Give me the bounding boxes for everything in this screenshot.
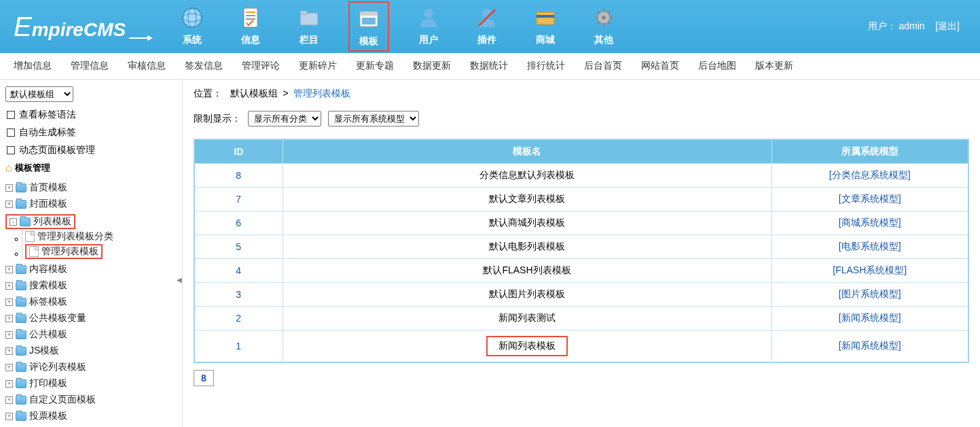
tree-label[interactable]: 自定义页面模板 [29, 394, 96, 406]
table-row[interactable]: 3默认图片列表模板[图片系统模型] [194, 283, 968, 307]
svg-line-24 [598, 12, 600, 14]
table-row[interactable]: 8分类信息默认列表模板[分类信息系统模型] [194, 164, 968, 188]
tree-label[interactable]: 搜索模板 [29, 279, 67, 292]
user-name[interactable]: admin [899, 20, 925, 31]
top-menu-doc[interactable]: 信息 [232, 1, 270, 52]
subnav-link[interactable]: 数据更新 [413, 60, 451, 72]
file-icon [29, 246, 39, 257]
tree-label[interactable]: JS模板 [29, 345, 59, 357]
tree-node: +公共模板 [5, 326, 171, 343]
top-menu-tool[interactable]: 插件 [468, 1, 506, 52]
table-row[interactable]: 1新闻列表模板[新闻系统模型] [194, 330, 968, 363]
expand-icon[interactable]: + [5, 347, 13, 355]
top-menu-label: 栏目 [300, 34, 319, 46]
expand-icon[interactable]: + [5, 413, 13, 420]
tree-label[interactable]: 管理列表模板分类 [37, 230, 113, 243]
cell-name: 默认文章列表模板 [283, 188, 772, 211]
expand-icon[interactable]: + [5, 364, 13, 371]
subnav-link[interactable]: 签发信息 [185, 60, 223, 72]
folder-icon [16, 412, 26, 421]
logout-link[interactable]: [退出] [935, 20, 960, 31]
cell-id: 2 [194, 307, 283, 330]
subnav-link[interactable]: 更新碎片 [299, 60, 337, 72]
tree-label[interactable]: 评论列表模板 [29, 361, 86, 373]
svg-point-0 [183, 8, 202, 27]
tree-label[interactable]: 标签模板 [29, 296, 67, 308]
svg-rect-8 [300, 11, 307, 14]
resize-handle[interactable]: ◀ [177, 80, 182, 427]
subnav-link[interactable]: 后台首页 [584, 60, 622, 72]
sidebar-quick-item[interactable]: 查看标签语法 [5, 106, 171, 124]
tree-label[interactable]: 首页模板 [29, 182, 67, 194]
top-menu-card[interactable]: 商城 [526, 1, 564, 52]
template-group-select[interactable]: 默认模板组 [5, 86, 73, 102]
tree-label[interactable]: 公共模板变量 [29, 312, 86, 324]
expand-icon[interactable]: + [5, 184, 13, 192]
model-link[interactable]: [商城系统模型] [839, 217, 901, 228]
folder-icon [20, 218, 31, 226]
expand-icon[interactable]: + [5, 298, 13, 306]
expand-icon[interactable]: + [5, 396, 13, 404]
subnav-link[interactable]: 后台地图 [698, 60, 736, 72]
subnav-link[interactable]: 排行统计 [527, 60, 565, 72]
folder-icon [16, 314, 26, 323]
table-row[interactable]: 2新闻列表测试[新闻系统模型] [194, 307, 968, 330]
subnav-link[interactable]: 审核信息 [128, 60, 166, 72]
folder-icon [16, 330, 26, 339]
subnav-link[interactable]: 版本更新 [755, 60, 793, 72]
tree-label[interactable]: 列表模板 [33, 216, 71, 228]
expand-icon[interactable]: + [5, 380, 13, 388]
tool-icon [473, 4, 501, 31]
sidebar-quick-item[interactable]: 动态页面模板管理 [5, 141, 171, 159]
tree-label[interactable]: 投票模板 [29, 410, 67, 422]
sidebar-quick-item[interactable]: 自动生成标签 [5, 124, 171, 141]
expand-icon[interactable]: + [5, 201, 13, 208]
page-current[interactable]: 8 [194, 370, 214, 386]
breadcrumb-current[interactable]: 管理列表模板 [293, 88, 350, 99]
expand-icon[interactable]: + [5, 331, 13, 339]
sidebar-section-title: ⌂ 模板管理 [5, 159, 171, 177]
subnav-link[interactable]: 数据统计 [470, 60, 508, 72]
top-menu-gear[interactable]: 其他 [585, 1, 623, 52]
top-menu-globe[interactable]: 系统 [173, 1, 211, 52]
tree-node: +投票模板 [5, 408, 171, 424]
tree-child: 管理列表模板 [25, 243, 171, 260]
expand-icon[interactable]: + [5, 315, 13, 322]
cell-model: [图片系统模型] [772, 283, 968, 307]
subnav-link[interactable]: 管理评论 [242, 60, 280, 72]
model-link[interactable]: [新闻系统模型] [839, 312, 901, 323]
model-link[interactable]: [FLASH系统模型] [833, 264, 907, 275]
table-row[interactable]: 6默认商城列表模板[商城系统模型] [194, 211, 968, 235]
top-menu-window[interactable]: 模板 [348, 1, 389, 52]
tree-label[interactable]: 公共模板 [29, 328, 67, 341]
subnav-link[interactable]: 增加信息 [14, 60, 52, 72]
top-menu-folder[interactable]: 栏目 [290, 1, 328, 52]
tree-label[interactable]: 管理列表模板 [41, 245, 98, 258]
top-menu-user[interactable]: 用户 [410, 1, 448, 52]
subnav-link[interactable]: 管理信息 [71, 60, 109, 72]
subnav-link[interactable]: 网站首页 [641, 60, 679, 72]
cell-name: 默认图片列表模板 [283, 283, 772, 307]
subnav-link[interactable]: 更新专题 [356, 60, 394, 72]
table-body: 8分类信息默认列表模板[分类信息系统模型]7默认文章列表模板[文章系统模型]6默… [194, 164, 968, 363]
table-row[interactable]: 5默认电影列表模板[电影系统模型] [194, 235, 968, 259]
filter-model-select[interactable]: 显示所有系统模型 [328, 111, 419, 126]
model-link[interactable]: [图片系统模型] [839, 288, 901, 299]
folder-icon [16, 281, 26, 290]
model-link[interactable]: [分类信息系统模型] [829, 169, 911, 180]
tree-node: +评论列表模板 [5, 359, 171, 375]
expand-icon[interactable]: + [5, 266, 13, 273]
tree-label[interactable]: 封面模板 [29, 198, 67, 210]
table-row[interactable]: 7默认文章列表模板[文章系统模型] [194, 188, 968, 211]
expand-icon[interactable]: + [5, 282, 13, 290]
tree-label[interactable]: 内容模板 [29, 263, 67, 275]
model-link[interactable]: [电影系统模型] [839, 241, 901, 252]
model-link[interactable]: [新闻系统模型] [839, 340, 901, 351]
model-link[interactable]: [文章系统模型] [839, 193, 901, 204]
table-row[interactable]: 4默认FLASH列表模板[FLASH系统模型] [194, 259, 968, 283]
file-icon [25, 231, 35, 242]
svg-rect-6 [246, 18, 255, 20]
tree-label[interactable]: 打印模板 [29, 377, 67, 390]
filter-category-select[interactable]: 显示所有分类 [248, 111, 321, 126]
expand-icon[interactable]: - [10, 218, 17, 226]
